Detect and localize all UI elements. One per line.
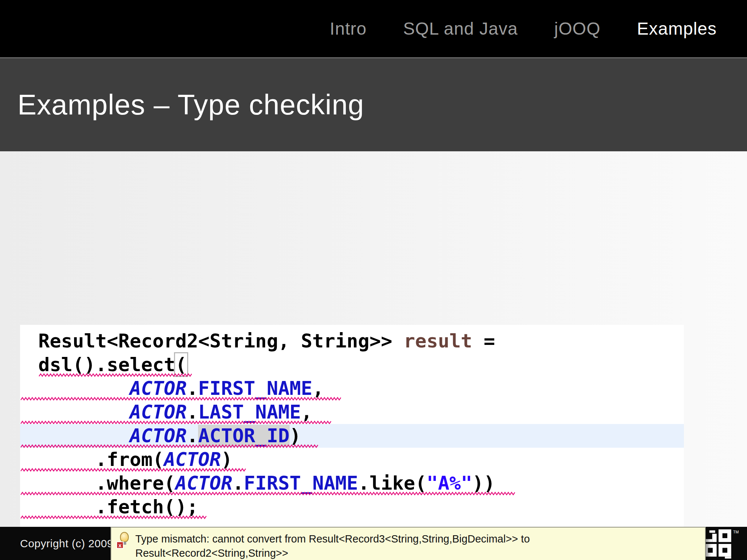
error-message-row: x Type mismatch: cannot convert from Res… — [111, 528, 705, 560]
error-squiggle — [21, 468, 245, 471]
code-token: ) — [221, 448, 232, 470]
error-squiggle — [21, 397, 340, 400]
code-token: .where( — [38, 472, 175, 494]
slide: IntroSQL and JavajOOQExamples Examples –… — [0, 0, 747, 560]
error-squiggle — [21, 421, 331, 424]
code-token: ACTOR — [129, 377, 187, 399]
code-token: ) — [290, 425, 301, 447]
code-token: . — [187, 425, 198, 447]
error-message-line2: Result<Record2<String,String>> — [135, 546, 530, 560]
code-line[interactable]: dsl().select( — [20, 353, 684, 377]
code-token: ACTOR — [164, 448, 221, 470]
code-line[interactable]: Result<Record2<String, String>> result = — [20, 329, 684, 353]
nav-item-examples[interactable]: Examples — [637, 19, 717, 39]
code-line[interactable]: ACTOR.LAST_NAME, — [20, 400, 684, 424]
code-token: "A%" — [426, 472, 472, 494]
code-token: result — [404, 330, 472, 352]
code-line[interactable]: ACTOR.FIRST_NAME, — [20, 377, 684, 400]
error-squiggle — [21, 492, 515, 495]
code-token: FIRST_NAME — [198, 377, 312, 399]
error-message: Type mismatch: cannot convert from Resul… — [135, 532, 530, 560]
top-nav: IntroSQL and JavajOOQExamples — [0, 0, 747, 57]
code-token: .like( — [358, 472, 427, 494]
code-editor[interactable]: Result<Record2<String, String>> result =… — [20, 325, 684, 560]
code-token: dsl().select — [38, 354, 175, 376]
code-token: ACTOR — [129, 425, 187, 447]
code-token: Result<Record2<String, String>> — [38, 330, 404, 352]
logo-tm: TM — [733, 530, 739, 534]
code-line[interactable]: .where(ACTOR.FIRST_NAME.like("A%")) — [20, 471, 684, 495]
nav-item-sql-and-java[interactable]: SQL and Java — [403, 19, 518, 39]
code-line[interactable]: .from(ACTOR) — [20, 448, 684, 471]
code-line[interactable]: ACTOR.ACTOR_ID) — [20, 424, 684, 448]
code-token — [38, 377, 129, 399]
code-line[interactable]: .fetch(); — [20, 495, 684, 519]
error-squiggle — [21, 444, 316, 448]
code-token: , — [312, 377, 324, 399]
code-token: .fetch(); — [38, 496, 198, 518]
quickfix-error-lightbulb-icon: x — [116, 532, 132, 549]
code-token — [38, 401, 129, 423]
code-token: = — [472, 330, 495, 352]
code-token: ACTOR_ID — [198, 425, 289, 447]
code-token: FIRST_NAME — [244, 472, 358, 494]
code-token: LAST_NAME — [198, 401, 301, 423]
code-token: . — [187, 401, 198, 423]
title-band: Examples – Type checking — [0, 57, 747, 151]
content-area: Result<Record2<String, String>> result =… — [0, 151, 747, 527]
page-title: Examples – Type checking — [18, 88, 364, 121]
quickfix-tooltip: x Type mismatch: cannot convert from Res… — [111, 527, 706, 560]
jooq-logo: TM — [704, 529, 740, 559]
code-token: ( — [175, 354, 187, 376]
error-squiggle — [39, 373, 190, 377]
code-token: ACTOR — [129, 401, 187, 423]
error-squiggle — [21, 516, 207, 519]
code-token: . — [187, 377, 198, 399]
nav-item-intro[interactable]: Intro — [330, 19, 367, 39]
nav-item-jooq[interactable]: jOOQ — [554, 19, 601, 39]
code-token: )) — [472, 472, 495, 494]
code-token: .from( — [38, 448, 164, 470]
code-token: ACTOR — [175, 472, 233, 494]
code-token — [38, 425, 129, 447]
code-token: , — [301, 401, 312, 423]
error-message-line1: Type mismatch: cannot convert from Resul… — [135, 532, 530, 546]
code-token: . — [232, 472, 244, 494]
